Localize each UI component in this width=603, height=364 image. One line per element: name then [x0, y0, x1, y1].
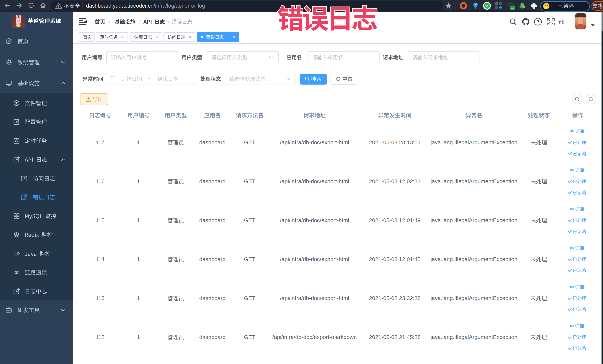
svg-text:on: on	[511, 7, 514, 10]
svg-text:?: ?	[537, 19, 539, 24]
